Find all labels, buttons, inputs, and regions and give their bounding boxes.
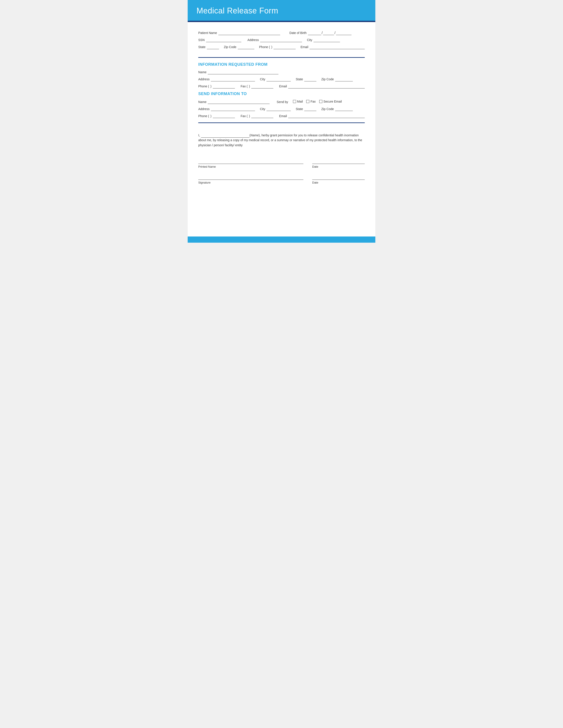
dob-year-input[interactable] bbox=[336, 31, 352, 35]
send-phone-mid: ) bbox=[210, 114, 211, 118]
send-state-label: State bbox=[296, 107, 303, 111]
info-address-label: Address bbox=[198, 77, 209, 81]
date2-label: Date bbox=[312, 181, 365, 184]
signature-row: Signature Date bbox=[198, 174, 365, 184]
info-phone-row: Phone ( ) Fax ( ) Email bbox=[198, 84, 365, 88]
page-title: Medical Release Form bbox=[196, 6, 367, 15]
info-phone-label: Phone ( bbox=[198, 84, 209, 88]
send-address-label: Address bbox=[198, 107, 209, 111]
address-input[interactable] bbox=[260, 38, 302, 42]
zip-label: Zip Code bbox=[224, 45, 236, 49]
info-name-row: Name bbox=[198, 70, 365, 74]
state-input[interactable] bbox=[207, 45, 219, 49]
dob-group: / / bbox=[308, 31, 352, 35]
phone-label: Phone ( bbox=[259, 45, 270, 49]
info-address-row: Address City State Zip Code bbox=[198, 77, 365, 81]
send-method-group: Mail Fax Secure Email bbox=[293, 100, 342, 103]
header-bar: Medical Release Form bbox=[188, 0, 375, 21]
dob-day-input[interactable] bbox=[323, 31, 334, 35]
secure-email-option[interactable]: Secure Email bbox=[319, 100, 342, 103]
authorization-text: I, (Name), herby grant permission for yo… bbox=[198, 133, 365, 148]
patient-name-label: Patient Name bbox=[198, 31, 217, 35]
info-name-input[interactable] bbox=[208, 70, 278, 74]
date1-label: Date bbox=[312, 165, 365, 168]
info-fax-label: Fax ( bbox=[241, 84, 248, 88]
send-fax-input[interactable] bbox=[251, 114, 273, 118]
dob-month-input[interactable] bbox=[308, 31, 321, 35]
mail-option[interactable]: Mail bbox=[293, 100, 303, 103]
phone-mid: ) bbox=[271, 45, 272, 49]
divider-2 bbox=[198, 122, 365, 123]
signature-line[interactable] bbox=[198, 174, 304, 180]
info-requested-heading: INFORMATION REQUESTED FROM bbox=[198, 62, 365, 67]
authorization-section: I, (Name), herby grant permission for yo… bbox=[198, 128, 365, 152]
secure-email-label: Secure Email bbox=[324, 100, 342, 103]
ssn-input[interactable] bbox=[206, 38, 241, 42]
fax-option[interactable]: Fax bbox=[306, 100, 316, 103]
info-phone-input[interactable] bbox=[213, 84, 235, 88]
patient-section: Patient Name Date of Birth / / SSN Addre… bbox=[198, 26, 365, 54]
info-state-label: State bbox=[296, 77, 303, 81]
phone-input[interactable] bbox=[273, 45, 296, 49]
send-name-input[interactable] bbox=[208, 100, 269, 104]
date2-line[interactable] bbox=[312, 174, 365, 180]
info-phone-mid: ) bbox=[210, 84, 211, 88]
city-label: City bbox=[307, 38, 312, 42]
ssn-label: SSN bbox=[198, 38, 205, 42]
send-name-row: Name Send by Mail Fax Secu bbox=[198, 100, 365, 104]
ssn-row: SSN Address City bbox=[198, 38, 365, 42]
send-name-label: Name bbox=[198, 100, 206, 104]
state-row: State Zip Code Phone ( ) Email bbox=[198, 45, 365, 49]
auth-text-part1: I, bbox=[198, 133, 201, 137]
info-email-label: Email bbox=[279, 84, 287, 88]
date1-line[interactable] bbox=[312, 159, 365, 164]
info-state-input[interactable] bbox=[304, 77, 317, 81]
send-address-row: Address City State Zip Code bbox=[198, 107, 365, 111]
send-fax-mid: ) bbox=[249, 114, 250, 118]
footer-bar bbox=[188, 236, 375, 243]
patient-name-input[interactable] bbox=[218, 31, 280, 35]
send-fax-label: Fax ( bbox=[241, 114, 248, 118]
info-name-label: Name bbox=[198, 70, 206, 74]
send-phone-input[interactable] bbox=[213, 114, 235, 118]
send-city-input[interactable] bbox=[266, 107, 291, 111]
send-email-label: Email bbox=[279, 114, 287, 118]
divider-1 bbox=[198, 57, 365, 58]
page: Medical Release Form Patient Name Date o… bbox=[188, 0, 375, 243]
address-label: Address bbox=[247, 38, 259, 42]
city-input[interactable] bbox=[314, 38, 340, 42]
info-address-input[interactable] bbox=[211, 77, 255, 81]
signature-label: Signature bbox=[198, 181, 304, 184]
date1-container: Date bbox=[312, 159, 365, 168]
fax-checkbox[interactable] bbox=[306, 100, 309, 103]
form-body: Patient Name Date of Birth / / SSN Addre… bbox=[188, 22, 375, 236]
info-zip-label: Zip Code bbox=[321, 77, 334, 81]
mail-label: Mail bbox=[297, 100, 303, 103]
send-email-input[interactable] bbox=[288, 114, 365, 118]
send-city-label: City bbox=[260, 107, 265, 111]
info-fax-mid: ) bbox=[249, 84, 250, 88]
info-requested-section: INFORMATION REQUESTED FROM Name Address … bbox=[198, 62, 365, 88]
secure-email-checkbox[interactable] bbox=[319, 100, 322, 103]
send-zip-input[interactable] bbox=[335, 107, 353, 111]
send-address-input[interactable] bbox=[211, 107, 255, 111]
zip-input[interactable] bbox=[238, 45, 254, 49]
send-to-section: SEND INFORMATION TO Name Send by Mail Fa… bbox=[198, 92, 365, 118]
auth-name-italic: Name bbox=[250, 133, 258, 137]
signature-container: Signature bbox=[198, 174, 304, 184]
info-email-input[interactable] bbox=[288, 84, 365, 88]
dob-slash-2: / bbox=[335, 31, 336, 35]
email-label: Email bbox=[301, 45, 308, 49]
fax-label: Fax bbox=[311, 100, 316, 103]
state-label: State bbox=[198, 45, 205, 49]
send-state-input[interactable] bbox=[304, 107, 317, 111]
info-city-input[interactable] bbox=[266, 77, 291, 81]
email-input[interactable] bbox=[310, 45, 365, 49]
printed-name-label: Printed Name bbox=[198, 165, 304, 168]
printed-name-row: Printed Name Date bbox=[198, 159, 365, 168]
info-zip-input[interactable] bbox=[335, 77, 353, 81]
info-fax-input[interactable] bbox=[251, 84, 273, 88]
mail-checkbox[interactable] bbox=[293, 100, 296, 103]
signature-section: Printed Name Date Signature Date bbox=[198, 152, 365, 195]
printed-name-line[interactable] bbox=[198, 159, 304, 164]
